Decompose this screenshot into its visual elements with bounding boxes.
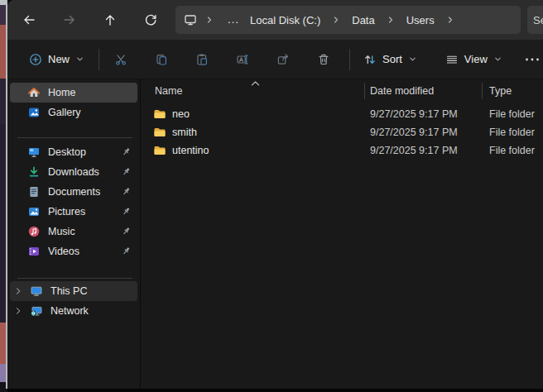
navigation-bar: … Local Disk (C:) Data Users Sea bbox=[7, 0, 543, 40]
sidebar-divider bbox=[17, 137, 132, 138]
breadcrumb-item-data[interactable]: Data bbox=[348, 14, 377, 26]
search-input[interactable]: Sea bbox=[527, 6, 543, 34]
sort-ascending-icon bbox=[251, 80, 260, 87]
rename-button[interactable] bbox=[224, 46, 261, 73]
sort-button[interactable]: Sort bbox=[355, 46, 425, 73]
file-name: neo bbox=[172, 108, 190, 120]
ellipsis-icon bbox=[525, 57, 540, 62]
expand-chevron-icon[interactable] bbox=[13, 286, 23, 296]
view-icon bbox=[445, 53, 459, 66]
toolbar-divider bbox=[349, 49, 350, 70]
file-type: File folder bbox=[482, 127, 543, 138]
gallery-icon bbox=[27, 106, 41, 119]
back-button[interactable] bbox=[14, 5, 44, 35]
folder-icon bbox=[153, 108, 166, 121]
sidebar-item-desktop[interactable]: Desktop bbox=[10, 142, 137, 162]
sidebar-item-pictures[interactable]: Pictures bbox=[10, 202, 137, 222]
pin-icon bbox=[121, 186, 132, 197]
cut-icon bbox=[114, 53, 127, 66]
forward-button[interactable] bbox=[55, 5, 84, 35]
share-icon bbox=[276, 53, 290, 66]
window-edge-highlight bbox=[6, 0, 7, 389]
sidebar-item-label: Network bbox=[50, 305, 89, 317]
sidebar-item-network[interactable]: Network bbox=[10, 301, 137, 321]
share-button[interactable] bbox=[265, 46, 301, 73]
breadcrumb-overflow-button[interactable]: … bbox=[222, 12, 247, 29]
expand-chevron-icon[interactable] bbox=[13, 306, 23, 316]
home-icon bbox=[27, 86, 41, 99]
copy-icon bbox=[155, 53, 168, 66]
videos-icon bbox=[27, 245, 41, 258]
network-icon bbox=[30, 304, 43, 318]
file-date-modified: 9/27/2025 9:17 PM bbox=[364, 127, 482, 138]
delete-button[interactable] bbox=[305, 46, 342, 73]
plus-circle-icon bbox=[29, 53, 42, 66]
file-row-utentino[interactable]: utentino 9/27/2025 9:17 PM File folder bbox=[141, 141, 543, 160]
sidebar-item-home[interactable]: Home bbox=[10, 83, 137, 103]
desktop-icon bbox=[27, 146, 41, 159]
file-list-pane: Name Date modified Type neo bbox=[141, 79, 543, 389]
command-bar: New bbox=[7, 40, 543, 79]
folder-icon bbox=[153, 144, 166, 157]
pin-icon bbox=[121, 146, 132, 157]
toolbar-divider bbox=[99, 49, 99, 70]
file-date-modified: 9/27/2025 9:17 PM bbox=[364, 145, 482, 156]
address-bar[interactable]: … Local Disk (C:) Data Users bbox=[175, 6, 521, 34]
sidebar-item-music[interactable]: Music bbox=[10, 222, 137, 241]
breadcrumb-chevron-icon[interactable] bbox=[378, 15, 403, 25]
sidebar-item-label: Music bbox=[48, 226, 75, 237]
music-icon bbox=[27, 225, 41, 238]
sidebar-item-documents[interactable]: Documents bbox=[10, 182, 137, 202]
refresh-icon bbox=[144, 13, 157, 26]
search-text: Sea bbox=[533, 14, 543, 26]
desktop-screenshot: … Local Disk (C:) Data Users Sea New bbox=[0, 0, 543, 392]
sidebar-item-label: This PC bbox=[50, 285, 87, 297]
sidebar-item-this-pc[interactable]: This PC bbox=[10, 281, 137, 301]
this-pc-icon bbox=[30, 284, 43, 298]
documents-icon bbox=[27, 185, 41, 198]
sidebar-item-label: Desktop bbox=[48, 146, 86, 158]
refresh-button[interactable] bbox=[136, 5, 166, 35]
folder-icon bbox=[153, 126, 166, 139]
sidebar-item-videos[interactable]: Videos bbox=[10, 241, 137, 261]
sidebar-item-gallery[interactable]: Gallery bbox=[10, 103, 137, 122]
file-list-header: Name Date modified Type bbox=[141, 79, 543, 102]
cut-button[interactable] bbox=[103, 46, 139, 73]
breadcrumb-chevron-icon[interactable] bbox=[324, 15, 348, 25]
view-button-label: View bbox=[464, 53, 488, 65]
up-button[interactable] bbox=[95, 5, 125, 35]
column-header-type[interactable]: Type bbox=[482, 83, 543, 99]
column-header-label: Name bbox=[155, 85, 182, 97]
downloads-icon bbox=[27, 165, 41, 179]
copy-button[interactable] bbox=[143, 46, 180, 73]
column-header-date-modified[interactable]: Date modified bbox=[364, 83, 482, 99]
paste-icon bbox=[195, 53, 209, 66]
file-type: File folder bbox=[482, 145, 543, 156]
pin-icon bbox=[121, 206, 132, 217]
up-icon bbox=[103, 13, 117, 26]
pin-icon bbox=[121, 246, 132, 256]
sort-icon bbox=[363, 53, 377, 66]
this-pc-icon bbox=[184, 13, 197, 26]
breadcrumb-chevron-icon bbox=[197, 15, 222, 25]
view-button[interactable]: View bbox=[437, 46, 511, 73]
column-header-name[interactable]: Name bbox=[141, 79, 364, 102]
breadcrumb-chevron-icon[interactable] bbox=[438, 15, 463, 25]
chevron-down-icon bbox=[75, 55, 84, 64]
paste-button[interactable] bbox=[184, 46, 220, 73]
new-button[interactable]: New bbox=[22, 46, 91, 73]
pictures-icon bbox=[27, 205, 41, 218]
file-type: File folder bbox=[482, 108, 543, 120]
forward-icon bbox=[63, 13, 76, 26]
sidebar-item-downloads[interactable]: Downloads bbox=[10, 162, 137, 182]
new-button-label: New bbox=[48, 53, 70, 65]
file-row-neo[interactable]: neo 9/27/2025 9:17 PM File folder bbox=[141, 105, 543, 123]
breadcrumb-item-drive[interactable]: Local Disk (C:) bbox=[247, 14, 324, 26]
file-row-smith[interactable]: smith 9/27/2025 9:17 PM File folder bbox=[141, 123, 543, 141]
breadcrumb-item-users[interactable]: Users bbox=[403, 14, 438, 26]
see-more-button[interactable] bbox=[522, 46, 543, 73]
chevron-down-icon bbox=[493, 55, 502, 64]
sidebar-item-label: Home bbox=[48, 87, 75, 98]
chevron-down-icon bbox=[408, 55, 417, 64]
sidebar-item-label: Documents bbox=[48, 186, 100, 198]
